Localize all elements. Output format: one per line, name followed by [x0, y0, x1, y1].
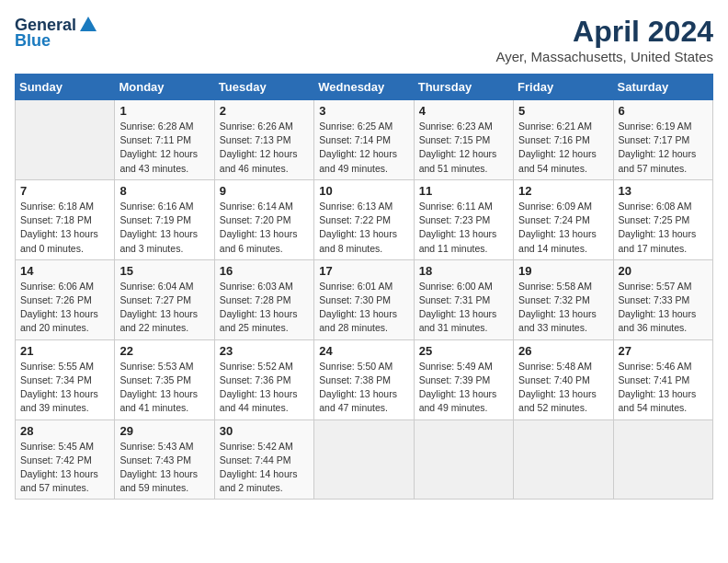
day-cell: 20Sunrise: 5:57 AM Sunset: 7:33 PM Dayli… [613, 259, 712, 339]
day-info: Sunrise: 6:16 AM Sunset: 7:19 PM Dayligh… [119, 200, 209, 256]
day-number: 23 [220, 344, 309, 358]
day-info: Sunrise: 6:00 AM Sunset: 7:31 PM Dayligh… [419, 280, 508, 336]
day-cell: 8Sunrise: 6:16 AM Sunset: 7:19 PM Daylig… [115, 179, 214, 259]
week-row-3: 14Sunrise: 6:06 AM Sunset: 7:26 PM Dayli… [16, 259, 713, 339]
day-info: Sunrise: 6:26 AM Sunset: 7:13 PM Dayligh… [220, 120, 309, 176]
weekday-header-thursday: Thursday [414, 75, 513, 100]
day-info: Sunrise: 6:13 AM Sunset: 7:22 PM Dayligh… [319, 200, 408, 256]
day-info: Sunrise: 6:19 AM Sunset: 7:17 PM Dayligh… [619, 120, 708, 176]
day-info: Sunrise: 5:57 AM Sunset: 7:33 PM Dayligh… [619, 280, 708, 336]
day-cell: 19Sunrise: 5:58 AM Sunset: 7:32 PM Dayli… [514, 259, 613, 339]
day-number: 28 [20, 424, 109, 438]
calendar-title: April 2024 [495, 15, 713, 49]
day-number: 9 [220, 184, 309, 198]
day-number: 26 [518, 344, 608, 358]
day-cell: 15Sunrise: 6:04 AM Sunset: 7:27 PM Dayli… [115, 259, 214, 339]
weekday-header-sunday: Sunday [16, 75, 115, 100]
day-cell: 13Sunrise: 6:08 AM Sunset: 7:25 PM Dayli… [613, 179, 712, 259]
day-info: Sunrise: 5:52 AM Sunset: 7:36 PM Dayligh… [220, 360, 309, 416]
day-info: Sunrise: 6:14 AM Sunset: 7:20 PM Dayligh… [220, 200, 309, 256]
week-row-4: 21Sunrise: 5:55 AM Sunset: 7:34 PM Dayli… [16, 339, 713, 419]
day-number: 18 [419, 264, 508, 278]
day-number: 1 [119, 104, 209, 118]
day-cell: 9Sunrise: 6:14 AM Sunset: 7:20 PM Daylig… [214, 179, 313, 259]
day-number: 20 [619, 264, 708, 278]
weekday-header-tuesday: Tuesday [214, 75, 313, 100]
day-number: 6 [619, 104, 708, 118]
calendar-subtitle: Ayer, Massachusetts, United States [495, 49, 713, 64]
day-cell: 24Sunrise: 5:50 AM Sunset: 7:38 PM Dayli… [314, 339, 414, 419]
day-cell: 11Sunrise: 6:11 AM Sunset: 7:23 PM Dayli… [414, 179, 513, 259]
week-row-1: 1Sunrise: 6:28 AM Sunset: 7:11 PM Daylig… [16, 100, 713, 180]
day-number: 16 [220, 264, 309, 278]
day-cell: 23Sunrise: 5:52 AM Sunset: 7:36 PM Dayli… [214, 339, 313, 419]
weekday-header-wednesday: Wednesday [314, 75, 414, 100]
day-info: Sunrise: 6:06 AM Sunset: 7:26 PM Dayligh… [20, 280, 109, 336]
day-cell [514, 419, 613, 500]
day-info: Sunrise: 6:04 AM Sunset: 7:27 PM Dayligh… [119, 280, 209, 336]
day-number: 17 [319, 264, 408, 278]
day-number: 3 [319, 104, 408, 118]
day-info: Sunrise: 5:53 AM Sunset: 7:35 PM Dayligh… [119, 360, 209, 416]
day-cell [414, 419, 513, 500]
day-cell: 7Sunrise: 6:18 AM Sunset: 7:18 PM Daylig… [16, 179, 115, 259]
day-number: 25 [419, 344, 508, 358]
day-cell: 10Sunrise: 6:13 AM Sunset: 7:22 PM Dayli… [314, 179, 414, 259]
day-info: Sunrise: 5:50 AM Sunset: 7:38 PM Dayligh… [319, 360, 408, 416]
day-number: 24 [319, 344, 408, 358]
day-cell: 28Sunrise: 5:45 AM Sunset: 7:42 PM Dayli… [16, 419, 115, 500]
day-info: Sunrise: 6:01 AM Sunset: 7:30 PM Dayligh… [319, 280, 408, 336]
day-info: Sunrise: 6:28 AM Sunset: 7:11 PM Dayligh… [119, 120, 209, 176]
day-number: 2 [220, 104, 309, 118]
day-number: 10 [319, 184, 408, 198]
day-info: Sunrise: 6:11 AM Sunset: 7:23 PM Dayligh… [419, 200, 508, 256]
day-number: 7 [20, 184, 109, 198]
day-info: Sunrise: 5:49 AM Sunset: 7:39 PM Dayligh… [419, 360, 508, 416]
weekday-header-monday: Monday [115, 75, 214, 100]
day-info: Sunrise: 6:08 AM Sunset: 7:25 PM Dayligh… [619, 200, 708, 256]
day-cell [16, 100, 115, 180]
day-number: 15 [119, 264, 209, 278]
day-cell: 29Sunrise: 5:43 AM Sunset: 7:43 PM Dayli… [115, 419, 214, 500]
day-cell: 14Sunrise: 6:06 AM Sunset: 7:26 PM Dayli… [16, 259, 115, 339]
logo-icon [78, 15, 98, 35]
day-info: Sunrise: 5:48 AM Sunset: 7:40 PM Dayligh… [518, 360, 608, 416]
day-info: Sunrise: 5:58 AM Sunset: 7:32 PM Dayligh… [518, 280, 608, 336]
day-number: 8 [119, 184, 209, 198]
day-number: 12 [518, 184, 608, 198]
day-info: Sunrise: 5:55 AM Sunset: 7:34 PM Dayligh… [20, 360, 109, 416]
day-info: Sunrise: 6:09 AM Sunset: 7:24 PM Dayligh… [518, 200, 608, 256]
day-number: 29 [119, 424, 209, 438]
day-cell: 1Sunrise: 6:28 AM Sunset: 7:11 PM Daylig… [115, 100, 214, 180]
logo-blue-text: Blue [15, 31, 51, 51]
day-number: 22 [119, 344, 209, 358]
day-cell: 5Sunrise: 6:21 AM Sunset: 7:16 PM Daylig… [514, 100, 613, 180]
weekday-header-row: SundayMondayTuesdayWednesdayThursdayFrid… [16, 75, 713, 100]
day-cell: 2Sunrise: 6:26 AM Sunset: 7:13 PM Daylig… [214, 100, 313, 180]
day-info: Sunrise: 5:42 AM Sunset: 7:44 PM Dayligh… [220, 440, 309, 496]
day-cell: 18Sunrise: 6:00 AM Sunset: 7:31 PM Dayli… [414, 259, 513, 339]
day-info: Sunrise: 5:46 AM Sunset: 7:41 PM Dayligh… [619, 360, 708, 416]
day-info: Sunrise: 5:43 AM Sunset: 7:43 PM Dayligh… [119, 440, 209, 496]
day-cell: 30Sunrise: 5:42 AM Sunset: 7:44 PM Dayli… [214, 419, 313, 500]
day-number: 27 [619, 344, 708, 358]
day-number: 19 [518, 264, 608, 278]
calendar-table: SundayMondayTuesdayWednesdayThursdayFrid… [15, 74, 713, 500]
day-info: Sunrise: 6:25 AM Sunset: 7:14 PM Dayligh… [319, 120, 408, 176]
weekday-header-friday: Friday [514, 75, 613, 100]
day-cell: 12Sunrise: 6:09 AM Sunset: 7:24 PM Dayli… [514, 179, 613, 259]
day-cell: 22Sunrise: 5:53 AM Sunset: 7:35 PM Dayli… [115, 339, 214, 419]
day-number: 13 [619, 184, 708, 198]
day-cell: 16Sunrise: 6:03 AM Sunset: 7:28 PM Dayli… [214, 259, 313, 339]
page-header: General Blue April 2024 Ayer, Massachuse… [15, 15, 713, 64]
day-number: 4 [419, 104, 508, 118]
day-cell: 3Sunrise: 6:25 AM Sunset: 7:14 PM Daylig… [314, 100, 414, 180]
weekday-header-saturday: Saturday [613, 75, 712, 100]
day-info: Sunrise: 6:21 AM Sunset: 7:16 PM Dayligh… [518, 120, 608, 176]
day-cell [613, 419, 712, 500]
day-number: 30 [220, 424, 309, 438]
day-cell [314, 419, 414, 500]
day-cell: 21Sunrise: 5:55 AM Sunset: 7:34 PM Dayli… [16, 339, 115, 419]
day-info: Sunrise: 6:23 AM Sunset: 7:15 PM Dayligh… [419, 120, 508, 176]
day-cell: 26Sunrise: 5:48 AM Sunset: 7:40 PM Dayli… [514, 339, 613, 419]
